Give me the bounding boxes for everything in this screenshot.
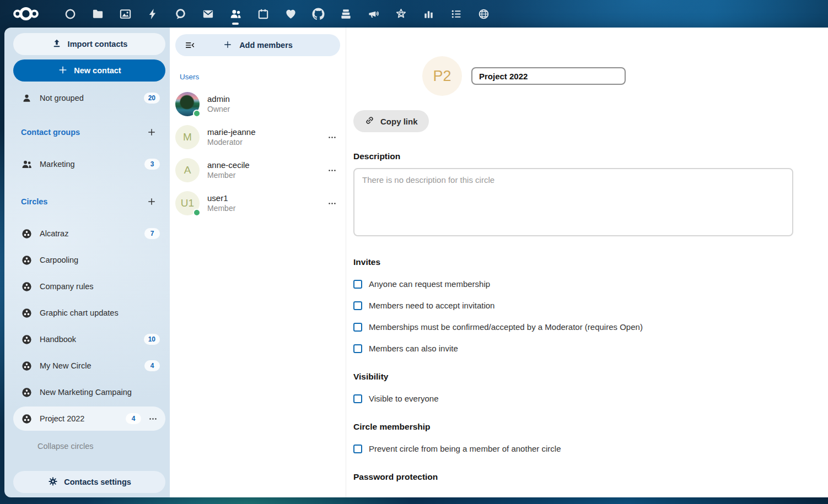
member-name: user1: [207, 193, 320, 204]
contacts-settings-label: Contacts settings: [64, 478, 131, 486]
topbar-app-mail-icon[interactable]: [194, 0, 222, 28]
sidebar-item-my-new-circle[interactable]: My New Circle 4: [13, 354, 165, 378]
sidebar-item-new-marketing-campaing[interactable]: New Marketing Campaing: [13, 380, 165, 404]
circles-icon: [20, 386, 33, 399]
collapse-circles-link[interactable]: Collapse circles: [13, 436, 161, 456]
checkbox-box[interactable]: [353, 280, 362, 289]
topbar-app-heart-icon[interactable]: [277, 0, 304, 28]
count-badge: 10: [144, 334, 160, 345]
item-label: Project 2022: [40, 414, 126, 423]
description-textarea[interactable]: [353, 168, 793, 236]
section-items-contact-groups: Marketing 3: [4, 152, 170, 176]
contacts-settings-button[interactable]: Contacts settings: [13, 471, 165, 493]
member-row-admin[interactable]: admin Owner: [175, 88, 340, 121]
count-badge: 7: [144, 228, 160, 239]
member-menu-button[interactable]: [325, 196, 339, 210]
section-heading-password-protection: Password protection: [353, 472, 793, 482]
item-label: Company rules: [40, 282, 160, 291]
circle-avatar: P2: [422, 56, 462, 96]
member-menu-button[interactable]: [325, 163, 339, 177]
sidebar-item-marketing[interactable]: Marketing 3: [13, 152, 165, 176]
topbar-app-dashboard-icon[interactable]: [56, 0, 84, 28]
checkbox-label: Members need to accept invitation: [369, 301, 494, 310]
members-list: admin Owner M marie-jeanne Moderator A: [175, 88, 340, 220]
checkbox-anyone-can-request-membership[interactable]: Anyone can request membership: [353, 279, 793, 289]
member-role: Owner: [207, 105, 339, 115]
member-menu-button[interactable]: [325, 130, 339, 144]
topbar-app-talk-icon[interactable]: [166, 0, 194, 28]
circles-icon: [20, 412, 33, 425]
count-badge: 4: [126, 413, 141, 424]
circle-details-panel: P2 Copy link Description Invites Anyone …: [346, 28, 828, 497]
add-contact-groups-button[interactable]: [143, 124, 160, 140]
sidebar-item-carpooling[interactable]: Carpooling: [13, 248, 165, 272]
section-header-circles: Circles: [13, 191, 165, 213]
member-name: admin: [207, 94, 339, 105]
sidebar-item-not-grouped[interactable]: Not grouped 20: [13, 86, 165, 110]
sidebar-sections: Contact groups Marketing 3 Circles Alcat…: [4, 110, 170, 433]
section-items-circles: Alcatraz 7 Carpooling Company rules Grap…: [4, 221, 170, 431]
checkbox-members-need-to-accept-invitation[interactable]: Members need to accept invitation: [353, 301, 793, 310]
item-label: My New Circle: [40, 361, 144, 370]
nextcloud-logo-icon[interactable]: [8, 0, 44, 28]
sidebar-item-project-2022[interactable]: Project 2022 4: [13, 407, 165, 431]
circles-icon: [20, 280, 33, 293]
item-menu-button[interactable]: [146, 411, 160, 426]
new-contact-label: New contact: [74, 66, 121, 75]
checkbox-members-can-also-invite[interactable]: Members can also invite: [353, 344, 793, 353]
checkbox-box[interactable]: [353, 323, 362, 332]
member-row-user1[interactable]: U1 user1 Member: [175, 187, 340, 220]
circles-icon: [20, 333, 33, 346]
topbar-app-analytics-icon[interactable]: [415, 0, 442, 28]
sidebar-item-graphic-chart-updates[interactable]: Graphic chart updates: [13, 301, 165, 325]
sidebar-item-handbook[interactable]: Handbook 10: [13, 327, 165, 351]
section-heading-invites: Invites: [353, 257, 793, 267]
plus-icon: [223, 40, 233, 51]
new-contact-button[interactable]: New contact: [13, 59, 165, 82]
topbar-app-tasks-icon[interactable]: [442, 0, 470, 28]
section-heading-visibility: Visibility: [353, 372, 793, 382]
topbar-app-activity-icon[interactable]: [139, 0, 166, 28]
collapse-members-list-icon[interactable]: [183, 39, 196, 52]
member-row-marie-jeanne[interactable]: M marie-jeanne Moderator: [175, 121, 340, 154]
import-contacts-label: Import contacts: [68, 40, 128, 48]
count-badge: 3: [144, 159, 160, 170]
upload-icon: [51, 38, 62, 51]
checkbox-box[interactable]: [353, 445, 362, 453]
topbar-app-announcements-icon[interactable]: [359, 0, 387, 28]
member-row-anne-cecile[interactable]: A anne-cecile Member: [175, 154, 340, 187]
member-role: Moderator: [207, 138, 320, 148]
add-members-button[interactable]: Add members: [175, 34, 340, 56]
sidebar-item-alcatraz[interactable]: Alcatraz 7: [13, 221, 165, 246]
member-role: Member: [207, 171, 320, 181]
topbar-app-photos-icon[interactable]: [111, 0, 139, 28]
topbar-app-files-icon[interactable]: [84, 0, 111, 28]
checkbox-visible-to-everyone[interactable]: Visible to everyone: [353, 394, 793, 403]
checkbox-box[interactable]: [353, 301, 362, 310]
checkbox-prevent-circle-from-being-a-member-of-another-circle[interactable]: Prevent circle from being a member of an…: [353, 444, 793, 453]
sidebar-item-company-rules[interactable]: Company rules: [13, 274, 165, 299]
topbar-app-github-icon[interactable]: [304, 0, 332, 28]
contacts-sidebar: Import contacts New contact Not grouped …: [4, 28, 170, 497]
checkbox-memberships-must-be-confirmed-accepted-by-a-moderator-requires-open[interactable]: Memberships must be confirmed/accepted b…: [353, 322, 793, 332]
count-badge: 4: [144, 360, 160, 371]
topbar-app-star-icon[interactable]: [387, 0, 415, 28]
gear-icon: [47, 476, 58, 489]
topbar-app-globe-icon[interactable]: [470, 0, 497, 28]
import-contacts-button[interactable]: Import contacts: [13, 33, 165, 55]
checkbox-box[interactable]: [353, 344, 362, 353]
add-circles-button[interactable]: [143, 193, 160, 210]
topbar-app-icons: [56, 0, 497, 28]
member-role: Member: [207, 204, 320, 214]
topbar-app-contacts-icon[interactable]: [222, 0, 249, 28]
online-status-dot: [193, 110, 201, 117]
topbar: [0, 0, 828, 28]
topbar-app-archive-icon[interactable]: [332, 0, 359, 28]
topbar-app-calendar-icon[interactable]: [249, 0, 277, 28]
checkbox-box[interactable]: [353, 394, 362, 403]
plus-icon: [57, 64, 68, 77]
circle-name-input[interactable]: [471, 67, 626, 85]
circle-settings-sections: Invites Anyone can request membership Me…: [353, 257, 793, 482]
copy-link-button[interactable]: Copy link: [353, 110, 429, 132]
circles-icon: [20, 306, 33, 319]
